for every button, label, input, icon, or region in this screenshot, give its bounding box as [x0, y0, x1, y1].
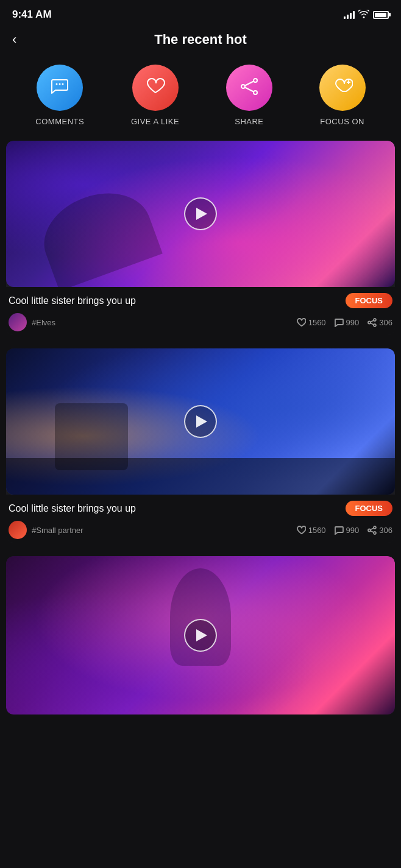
svg-line-7 [245, 88, 254, 92]
play-triangle-icon [196, 208, 207, 220]
card-title-row: Cool little sister brings you up FOCUS [9, 501, 392, 516]
card-info: Cool little sister brings you up FOCUS #… [6, 495, 395, 543]
video-card: Cool little sister brings you up FOCUS #… [6, 348, 395, 543]
video-thumbnail[interactable] [6, 348, 395, 495]
comments-count: 990 [346, 318, 360, 327]
card-meta-row: #Small partner 1560 990 [9, 521, 392, 539]
share-circle [226, 65, 272, 111]
svg-point-0 [56, 83, 58, 85]
svg-line-14 [371, 323, 374, 325]
svg-point-2 [62, 83, 64, 85]
status-icons [344, 10, 389, 20]
actions-row: COMMENTS GIVE A LIKE S [0, 55, 401, 141]
focus-button[interactable]: FOCUS [346, 293, 393, 308]
card-title: Cool little sister brings you up [9, 295, 136, 306]
svg-point-11 [368, 321, 371, 323]
shares-stat: 306 [367, 318, 392, 327]
comments-stat: 990 [335, 526, 360, 535]
shares-count: 306 [379, 526, 392, 535]
video-card [6, 556, 395, 715]
status-time: 9:41 AM [12, 9, 52, 21]
play-triangle-icon [196, 415, 207, 428]
share-stat-icon [367, 526, 377, 535]
share-stat-icon [367, 318, 377, 327]
focus-button[interactable]: FOCUS [346, 501, 393, 516]
page-title: The recent hot [154, 32, 247, 48]
video-card: Cool little sister brings you up FOCUS #… [6, 141, 395, 335]
card-stats: 1560 990 [297, 318, 392, 327]
card-author: #Small partner [9, 521, 83, 539]
likes-count: 1560 [308, 318, 326, 327]
svg-point-15 [374, 526, 376, 529]
card-title-row: Cool little sister brings you up FOCUS [9, 293, 392, 308]
svg-point-3 [254, 79, 257, 82]
like-circle [132, 65, 179, 111]
play-triangle-icon [196, 629, 207, 641]
action-comments[interactable]: COMMENTS [35, 65, 84, 126]
author-tag: #Elves [32, 318, 55, 327]
share-icon [239, 76, 260, 99]
action-share[interactable]: SHARE [226, 65, 272, 126]
comments-circle [37, 65, 83, 111]
wifi-icon [358, 10, 369, 20]
card-title: Cool little sister brings you up [9, 503, 136, 514]
card-author: #Elves [9, 313, 55, 331]
comments-stat: 990 [335, 318, 360, 327]
svg-point-16 [368, 529, 371, 531]
avatar [9, 313, 27, 331]
card-stats: 1560 990 [297, 526, 392, 535]
author-tag: #Small partner [32, 526, 83, 535]
svg-point-10 [374, 319, 376, 321]
play-button[interactable] [184, 197, 217, 230]
feed: Cool little sister brings you up FOCUS #… [0, 141, 401, 715]
shares-count: 306 [379, 318, 392, 327]
heart-stat-icon [297, 526, 306, 535]
header: ‹ The recent hot [0, 27, 401, 55]
heart-icon [145, 76, 166, 99]
svg-line-13 [371, 320, 374, 322]
comment-stat-icon [335, 526, 344, 535]
likes-count: 1560 [308, 526, 326, 535]
video-thumbnail[interactable] [6, 141, 395, 287]
play-button[interactable] [184, 619, 217, 652]
focus-icon [332, 76, 353, 99]
like-label: GIVE A LIKE [131, 117, 179, 126]
action-give-a-like[interactable]: GIVE A LIKE [131, 65, 179, 126]
focus-circle [319, 65, 366, 111]
svg-point-4 [241, 85, 245, 88]
svg-point-1 [59, 83, 61, 85]
play-button[interactable] [184, 405, 217, 438]
likes-stat: 1560 [297, 526, 326, 535]
comments-count: 990 [346, 526, 360, 535]
svg-line-19 [371, 531, 374, 532]
status-bar: 9:41 AM [0, 0, 401, 27]
action-focus-on[interactable]: FOCUS ON [319, 65, 366, 126]
svg-point-17 [374, 532, 376, 534]
signal-icon [344, 10, 355, 19]
video-thumbnail[interactable] [6, 556, 395, 715]
svg-line-6 [245, 82, 254, 86]
svg-line-18 [371, 528, 374, 530]
battery-icon [373, 11, 389, 19]
shares-stat: 306 [367, 526, 392, 535]
avatar [9, 521, 27, 539]
back-button[interactable]: ‹ [12, 32, 16, 48]
card-info: Cool little sister brings you up FOCUS #… [6, 287, 395, 335]
svg-point-12 [374, 324, 376, 326]
comment-icon [49, 76, 70, 99]
heart-stat-icon [297, 318, 306, 327]
focus-on-label: FOCUS ON [320, 117, 364, 126]
comment-stat-icon [335, 318, 344, 327]
likes-stat: 1560 [297, 318, 326, 327]
svg-point-5 [254, 91, 257, 94]
card-meta-row: #Elves 1560 990 [9, 313, 392, 331]
share-label: SHARE [235, 117, 263, 126]
comments-label: COMMENTS [35, 117, 84, 126]
